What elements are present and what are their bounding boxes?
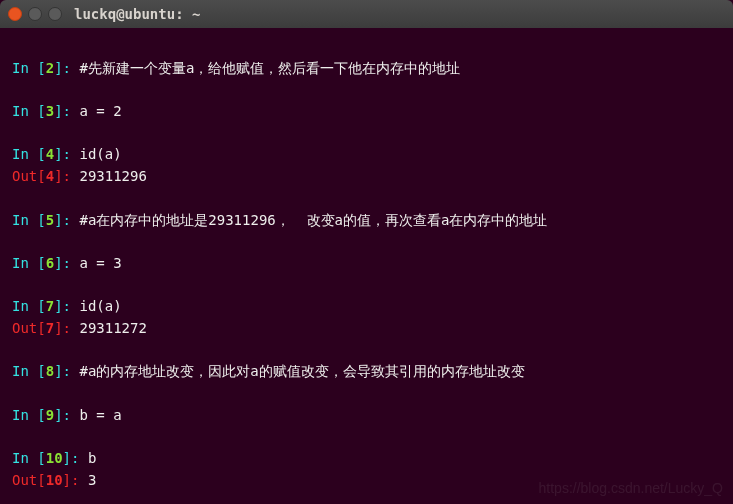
ipython-out-line: Out[4]: 29311296: [12, 166, 721, 188]
terminal-blank-line: [12, 340, 721, 362]
ipython-in-line: In [8]: #a的内存地址改变，因此对a的赋值改变，会导致其引用的内存地址改…: [12, 361, 721, 383]
ipython-in-line: In [6]: a = 3: [12, 253, 721, 275]
window-title: luckq@ubuntu: ~: [74, 6, 200, 22]
terminal-blank-line: [12, 231, 721, 253]
terminal-blank-line: [12, 36, 721, 58]
ipython-out-line: Out[10]: 3: [12, 470, 721, 492]
ipython-in-line: In [7]: id(a): [12, 296, 721, 318]
terminal-blank-line: [12, 188, 721, 210]
window-titlebar: luckq@ubuntu: ~: [0, 0, 733, 28]
terminal-blank-line: [12, 383, 721, 405]
terminal-blank-line: [12, 275, 721, 297]
terminal-blank-line: [12, 79, 721, 101]
minimize-icon[interactable]: [28, 7, 42, 21]
close-icon[interactable]: [8, 7, 22, 21]
terminal-blank-line: [12, 491, 721, 504]
terminal-output[interactable]: In [2]: #先新建一个变量a，给他赋值，然后看一下他在内存中的地址 In …: [0, 28, 733, 504]
ipython-out-line: Out[7]: 29311272: [12, 318, 721, 340]
ipython-in-line: In [5]: #a在内存中的地址是29311296， 改变a的值，再次查看a在…: [12, 210, 721, 232]
terminal-blank-line: [12, 426, 721, 448]
ipython-in-line: In [9]: b = a: [12, 405, 721, 427]
ipython-in-line: In [10]: b: [12, 448, 721, 470]
ipython-in-line: In [4]: id(a): [12, 144, 721, 166]
terminal-blank-line: [12, 123, 721, 145]
ipython-in-line: In [3]: a = 2: [12, 101, 721, 123]
ipython-in-line: In [2]: #先新建一个变量a，给他赋值，然后看一下他在内存中的地址: [12, 58, 721, 80]
maximize-icon[interactable]: [48, 7, 62, 21]
